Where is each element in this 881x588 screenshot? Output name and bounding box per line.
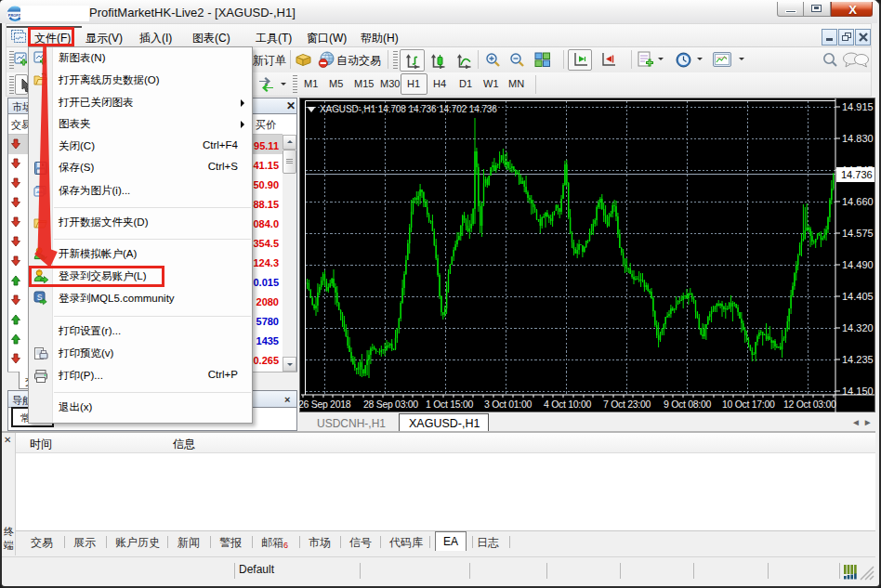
svg-text:S: S (37, 293, 43, 302)
